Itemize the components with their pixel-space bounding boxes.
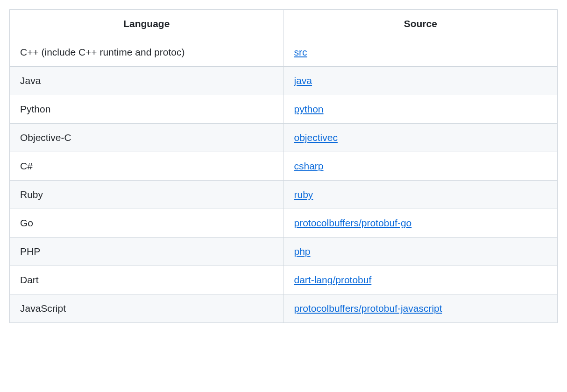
table-row: Python python: [10, 95, 558, 124]
source-cell: protocolbuffers/protobuf-go: [284, 209, 558, 238]
header-language: Language: [10, 10, 284, 38]
source-cell: php: [284, 238, 558, 266]
language-cell: C#: [10, 152, 284, 181]
source-cell: objectivec: [284, 124, 558, 152]
source-link[interactable]: objectivec: [294, 132, 338, 143]
source-link[interactable]: ruby: [294, 189, 313, 200]
table-row: Dart dart-lang/protobuf: [10, 266, 558, 294]
source-cell: java: [284, 67, 558, 95]
source-link[interactable]: src: [294, 47, 307, 57]
table-row: C# csharp: [10, 152, 558, 181]
source-link[interactable]: protocolbuffers/protobuf-go: [294, 217, 412, 228]
language-cell: JavaScript: [10, 294, 284, 323]
language-source-table: Language Source C++ (include C++ runtime…: [9, 9, 558, 323]
table-row: Ruby ruby: [10, 181, 558, 209]
language-cell: Java: [10, 67, 284, 95]
table-row: PHP php: [10, 238, 558, 266]
language-cell: Go: [10, 209, 284, 238]
source-cell: dart-lang/protobuf: [284, 266, 558, 294]
language-cell: Dart: [10, 266, 284, 294]
table-row: JavaScript protocolbuffers/protobuf-java…: [10, 294, 558, 323]
source-cell: csharp: [284, 152, 558, 181]
language-cell: C++ (include C++ runtime and protoc): [10, 38, 284, 67]
source-cell: protocolbuffers/protobuf-javascript: [284, 294, 558, 323]
source-link[interactable]: protocolbuffers/protobuf-javascript: [294, 303, 442, 314]
header-source: Source: [284, 10, 558, 38]
source-cell: ruby: [284, 181, 558, 209]
language-cell: Objective-C: [10, 124, 284, 152]
language-cell: Ruby: [10, 181, 284, 209]
source-link[interactable]: php: [294, 246, 311, 257]
table-row: C++ (include C++ runtime and protoc) src: [10, 38, 558, 67]
table-row: Objective-C objectivec: [10, 124, 558, 152]
language-cell: Python: [10, 95, 284, 124]
table-row: Go protocolbuffers/protobuf-go: [10, 209, 558, 238]
source-link[interactable]: python: [294, 104, 324, 114]
source-link[interactable]: dart-lang/protobuf: [294, 274, 372, 285]
source-cell: python: [284, 95, 558, 124]
source-cell: src: [284, 38, 558, 67]
source-link[interactable]: csharp: [294, 161, 324, 171]
table-row: Java java: [10, 67, 558, 95]
source-link[interactable]: java: [294, 75, 312, 86]
language-cell: PHP: [10, 238, 284, 266]
